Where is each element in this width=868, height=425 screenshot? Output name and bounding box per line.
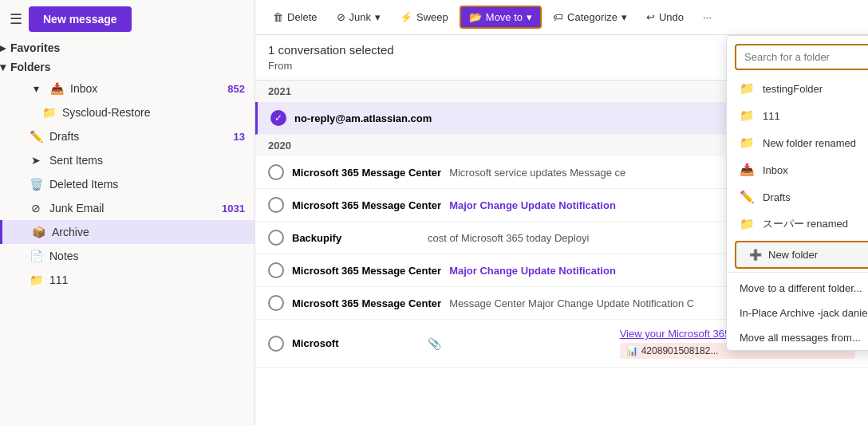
invoice-file-icon: 📊 — [626, 345, 638, 356]
sidebar: ☰ New message ▸ Favorites ▾ Folders ▾ 📥 … — [0, 0, 255, 425]
junk-button[interactable]: ⊘ Junk ▾ — [329, 7, 389, 27]
inbox-folder-icon: 📥 — [49, 82, 64, 95]
main-content: 🗑 Delete ⊘ Junk ▾ ⚡ Sweep 📂 Move to ▾ 🏷 … — [255, 0, 868, 425]
inbox-icon: 📥 — [740, 163, 755, 177]
folders-section-header[interactable]: ▾ Folders — [0, 57, 254, 77]
moveto-icon: 📂 — [469, 11, 482, 23]
sender-name: Backupify — [292, 232, 420, 244]
drafts-label: Drafts — [49, 130, 79, 143]
check-circle[interactable]: ✓ — [270, 110, 286, 126]
dropdown-search — [727, 36, 868, 75]
notes-label: Notes — [49, 250, 79, 262]
junk-chevron-icon: ▾ — [375, 11, 381, 23]
delete-button[interactable]: 🗑 Delete — [265, 7, 326, 27]
sentitems-icon: ➤ — [29, 154, 43, 167]
hamburger-icon[interactable]: ☰ — [10, 10, 22, 28]
check-circle[interactable] — [268, 295, 284, 311]
junk-icon: ⊘ — [337, 11, 345, 23]
inbox-badge: 852 — [227, 83, 245, 95]
moveto-chevron-icon: ▾ — [527, 11, 532, 23]
inbox-label: Inbox — [70, 82, 97, 95]
drafts-icon: ✏️ — [740, 190, 755, 204]
folder-name: New folder renamed — [763, 137, 856, 149]
sweep-icon: ⚡ — [400, 11, 412, 23]
sidebar-item-archive[interactable]: 📦 Archive — [0, 220, 254, 244]
check-circle[interactable] — [268, 197, 284, 213]
sentitems-label: Sent Items — [49, 154, 103, 167]
new-folder-button[interactable]: ➕ New folder — [735, 241, 868, 269]
sidebar-item-notes[interactable]: 📄 Notes — [0, 244, 254, 268]
more-button[interactable]: ··· — [695, 7, 720, 27]
favorites-section-header[interactable]: ▸ Favorites — [0, 38, 254, 57]
sender-name: Microsoft — [292, 337, 420, 349]
sidebar-item-111[interactable]: 📁 111 — [0, 268, 254, 292]
check-circle[interactable] — [268, 230, 284, 246]
folder-111-icon: 📁 — [29, 273, 43, 286]
drafts-badge: 13 — [234, 131, 245, 143]
dropdown-folder-drafts[interactable]: ✏️ Drafts — [727, 183, 868, 211]
sidebar-item-drafts[interactable]: ✏️ Drafts 13 — [0, 124, 254, 148]
archive-label: Archive — [52, 226, 89, 238]
junkemail-label: Junk Email — [49, 202, 104, 214]
sender-name: Microsoft 365 Message Center — [292, 297, 441, 309]
new-folder-icon: ➕ — [749, 249, 762, 261]
chevron-down-icon: ▾ — [0, 61, 6, 73]
folder-name: 111 — [763, 110, 780, 122]
folder-name: testingFolder — [763, 83, 823, 95]
undo-button[interactable]: ↩ Undo — [638, 7, 692, 27]
check-circle[interactable] — [268, 262, 284, 278]
sidebar-item-inbox[interactable]: ▾ 📥 Inbox 852 — [0, 77, 254, 100]
categorize-icon: 🏷 — [553, 11, 563, 23]
moveto-button[interactable]: 📂 Move to ▾ — [460, 6, 542, 29]
dropdown-folder-newfolderrenamed[interactable]: 📁 New folder renamed — [727, 129, 868, 156]
folder-name: Drafts — [763, 191, 791, 203]
folder-icon: 📁 — [740, 108, 755, 123]
attachment-icon: 📎 — [428, 337, 441, 350]
folder-icon: 📁 — [740, 81, 755, 96]
dropdown-folder-super[interactable]: 📁 スーパー renamed — [727, 211, 868, 238]
dropdown-action-movetodifferent[interactable]: Move to a different folder... — [727, 276, 868, 301]
folder-111-label: 111 — [49, 273, 68, 286]
inbox-icon: ▾ — [29, 82, 43, 95]
sender-name: Microsoft 365 Message Center — [292, 167, 441, 179]
junkemail-badge: 1031 — [222, 203, 245, 214]
categorize-chevron-icon: ▾ — [621, 11, 627, 23]
action-label: In-Place Archive -jack daniel — [740, 307, 868, 319]
new-folder-label: New folder — [768, 249, 818, 261]
folder-name: スーパー renamed — [763, 217, 848, 231]
archive-icon: 📦 — [31, 226, 45, 238]
check-circle[interactable] — [268, 336, 284, 352]
folder-icon: 📁 — [740, 217, 755, 231]
sidebar-item-deleteditems[interactable]: 🗑️ Deleted Items — [0, 172, 254, 196]
favorites-label: Favorites — [10, 41, 60, 54]
dropdown-menu: 📁 testingFolder 📁 111 📁 New folder renam… — [726, 35, 868, 351]
sidebar-header: ☰ New message — [0, 0, 254, 38]
moveto-dropdown: 📁 testingFolder 📁 111 📁 New folder renam… — [726, 35, 868, 351]
search-folder-input[interactable] — [735, 44, 868, 70]
dropdown-folder-testingfolder[interactable]: 📁 testingFolder — [727, 75, 868, 102]
sweep-button[interactable]: ⚡ Sweep — [392, 7, 456, 27]
dropdown-folder-111[interactable]: 📁 111 — [727, 102, 868, 129]
junkemail-icon: ⊘ — [29, 202, 43, 214]
folder-name: Inbox — [763, 164, 788, 176]
deleteditems-icon: 🗑️ — [29, 178, 43, 191]
dropdown-divider — [727, 272, 868, 273]
dropdown-folder-inbox[interactable]: 📥 Inbox — [727, 156, 868, 183]
syscloudrestore-icon: 📁 — [41, 106, 56, 119]
invoice-filename: 4208901508182... — [641, 345, 719, 356]
folders-label: Folders — [10, 61, 51, 73]
dropdown-action-moveallmessages[interactable]: Move all messages from... — [727, 325, 868, 350]
dropdown-action-inplacearchive[interactable]: In-Place Archive -jack daniel — [727, 301, 868, 325]
notes-icon: 📄 — [29, 250, 43, 262]
sidebar-item-junkemail[interactable]: ⊘ Junk Email 1031 — [0, 196, 254, 220]
syscloudrestore-label: Syscloud-Restore — [62, 106, 151, 119]
sender-name: Microsoft 365 Message Center — [292, 199, 441, 211]
new-message-button[interactable]: New message — [29, 6, 132, 32]
sidebar-item-syscloudrestore[interactable]: 📁 Syscloud-Restore — [0, 100, 254, 124]
sidebar-item-sentitems[interactable]: ➤ Sent Items — [0, 148, 254, 172]
categorize-button[interactable]: 🏷 Categorize ▾ — [545, 7, 635, 27]
folder-icon: 📁 — [740, 136, 755, 150]
action-label: Move all messages from... — [740, 332, 861, 344]
check-circle[interactable] — [268, 164, 284, 180]
delete-icon: 🗑 — [273, 11, 283, 23]
